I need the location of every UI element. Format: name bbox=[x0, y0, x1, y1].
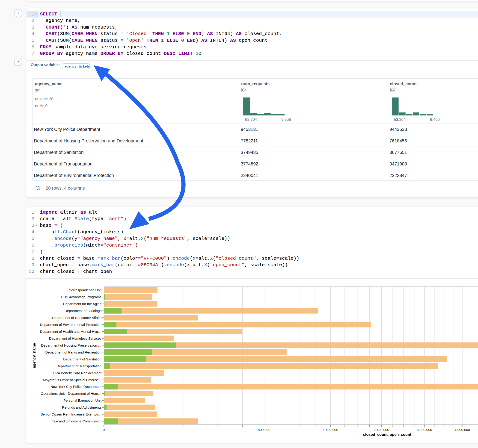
svg-text:Department of Transportation: Department of Transportation bbox=[57, 364, 101, 368]
svg-text:Department of Consumer Affairs: Department of Consumer Affairs bbox=[52, 316, 101, 320]
svg-text:4,000,000: 4,000,000 bbox=[454, 428, 470, 432]
svg-text:Department for the Aging: Department for the Aging bbox=[63, 302, 101, 306]
svg-text:1,600,000: 1,600,000 bbox=[323, 428, 338, 432]
svg-text:Department of Buildings: Department of Buildings bbox=[65, 309, 101, 313]
svg-text:HRA Benefit Card Replacement: HRA Benefit Card Replacement bbox=[53, 371, 102, 375]
svg-text:Department of Homeless Service: Department of Homeless Services bbox=[49, 336, 101, 340]
svg-text:Mayorâ€ s Office of Special En: Mayorâ€ s Office of Special Enforce… bbox=[43, 378, 101, 382]
svg-text:Taxi and Limousine Commission: Taxi and Limousine Commission bbox=[52, 419, 101, 423]
svg-text:Department of Housing Preserva: Department of Housing Preservation … bbox=[41, 343, 101, 347]
svg-text:closed_count, open_count: closed_count, open_count bbox=[363, 432, 411, 436]
svg-text:Operations Unit - Department o: Operations Unit - Department of Hom… bbox=[41, 392, 101, 395]
svg-text:Department of Parks and Recrea: Department of Parks and Recreation bbox=[45, 350, 101, 354]
svg-text:Senior Citizen Rent Increase E: Senior Citizen Rent Increase Exempti… bbox=[41, 412, 101, 416]
svg-text:Refunds and Adjustments: Refunds and Adjustments bbox=[62, 405, 101, 409]
svg-text:Department of Sanitation: Department of Sanitation bbox=[63, 357, 101, 361]
svg-text:New York City Police Departmen: New York City Police Department bbox=[50, 385, 102, 389]
svg-text:2,400,000: 2,400,000 bbox=[374, 428, 389, 432]
svg-text:Department of Environmental Pr: Department of Environmental Protection bbox=[40, 323, 101, 327]
svg-text:3,200,000: 3,200,000 bbox=[417, 428, 432, 432]
svg-text:agency_name: agency_name bbox=[32, 343, 36, 368]
svg-text:Personal Exemption Unit: Personal Exemption Unit bbox=[63, 398, 102, 402]
svg-text:Department of Health and Menta: Department of Health and Mental Hyg… bbox=[40, 330, 101, 333]
svg-text:Correspondence Unit: Correspondence Unit bbox=[69, 288, 102, 292]
svg-text:800,000: 800,000 bbox=[258, 428, 270, 432]
svg-text:0: 0 bbox=[103, 428, 105, 432]
svg-text:DHS Advantage Programs: DHS Advantage Programs bbox=[61, 295, 101, 299]
